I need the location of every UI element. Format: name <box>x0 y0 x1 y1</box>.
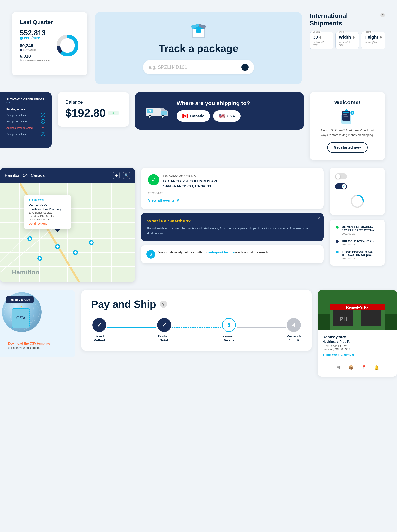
length-increment[interactable] <box>319 36 321 37</box>
pending-item-2: Best price selected ✓ <box>6 119 45 124</box>
balance-title: Balance <box>66 99 121 105</box>
view-all-events-btn[interactable]: View all events ∨ <box>148 198 316 203</box>
event-item-3: In Sort Process at Ca...OTTAWA, ON for p… <box>336 250 379 260</box>
intl-help-icon[interactable]: ? <box>380 13 385 18</box>
search-icon-btn[interactable]: 🔍 <box>123 172 130 179</box>
check-icon-2: ✓ <box>41 119 45 124</box>
pending-item-text-1: Best price selected <box>6 114 28 117</box>
intl-length-field[interactable]: Length 38 inches (45 max) <box>310 32 333 49</box>
package-icon-btn[interactable]: 📦 <box>347 363 355 372</box>
truck-icon: ✈ <box>145 102 169 119</box>
pending-item: Best price selected ✓ <box>6 113 45 117</box>
toggle-off[interactable] <box>335 173 347 179</box>
event-info-3: In Sort Process at Ca...OTTAWA, ON for p… <box>342 250 374 260</box>
last-quarter-title: Last Quarter <box>20 19 79 25</box>
track-submit-btn[interactable]: → <box>241 63 248 71</box>
width-decrement[interactable] <box>353 37 354 39</box>
dest-title: Where are you shipping to? <box>177 100 294 107</box>
svg-marker-17 <box>160 108 167 111</box>
delivered-check-icon: ✓ <box>20 37 23 40</box>
events-list: Delivered at: MICHEL...537 PAPIER ST OTT… <box>329 220 385 266</box>
pending-header: AUTOMATIC ORDER IMPORT: <box>6 98 45 101</box>
canada-btn[interactable]: 🇨🇦 Canada <box>177 110 210 122</box>
destination-card: ✈ Where are you shipping to? 🇨🇦 Canada 🇺… <box>135 92 304 130</box>
width-increment[interactable] <box>353 36 354 37</box>
intl-height-field[interactable]: Height Height inches (30 m <box>361 32 385 49</box>
svg-rect-12 <box>161 111 167 115</box>
auto-print-link[interactable]: auto-print feature <box>208 251 235 254</box>
length-sub: inches (45 max) <box>313 41 330 46</box>
smarthub-close-btn[interactable]: ✕ <box>317 216 320 221</box>
last-quarter-card: Last Quarter 552,813 ✓ DELIVERED 80,245 … <box>12 12 87 76</box>
width-label: Width <box>338 31 345 33</box>
get-directions-link[interactable]: Get directions <box>29 222 67 225</box>
length-label: Length <box>312 31 321 33</box>
remedy-action-icons: ⊞ 📦 📍 🔔 <box>322 360 392 372</box>
intl-shipments-card: International Shipments ? Length 38 inch… <box>310 12 385 49</box>
toggle-on[interactable]: ✓ <box>335 183 347 189</box>
lq-intransit: 80,245 IN-TRANSIT <box>20 43 51 51</box>
chat-text: We can definitely help you with our auto… <box>158 250 269 255</box>
row3-container: Hamilton, ON, Canada ⊕ 🔍 <box>0 166 397 288</box>
svg-rect-23 <box>343 114 347 115</box>
width-spinner[interactable] <box>353 36 354 39</box>
intl-fields: Length 38 inches (45 max) Width Width <box>310 32 385 49</box>
welcome-title: Welcome! <box>334 99 360 106</box>
welcome-card: Welcome! ! New to Swiftpost? Start here.… <box>310 92 385 160</box>
step-4-circle: 4 <box>287 318 301 332</box>
toggle-thumb-off <box>336 174 341 179</box>
cursor-icon: ↖ <box>20 304 25 311</box>
step-4-label: Review & Submit <box>286 334 302 343</box>
svg-rect-22 <box>343 112 349 114</box>
svg-point-49 <box>38 257 41 260</box>
location-icon-btn[interactable]: 📍 <box>359 363 368 372</box>
map-search-text: Hamilton, ON, Canada <box>5 173 110 178</box>
chat-avatar: $ <box>147 250 155 259</box>
remedy-addr: 1079 Barton St EastHamilton, ON L8L 3E2 <box>322 344 392 351</box>
length-spinner[interactable] <box>319 36 321 39</box>
height-increment[interactable] <box>380 36 382 37</box>
event-date-1: 2022-09-28 <box>342 232 377 235</box>
map-tooltip-name: Remedy'sRx <box>29 204 67 207</box>
length-decrement[interactable] <box>319 37 321 39</box>
event-item-2: Out for Delivery, 9:12... 2022-09-28 <box>336 239 379 246</box>
grid-icon-btn[interactable]: ⊞ <box>334 363 343 372</box>
map-tooltip-addr: 1079 Barton St East <box>29 211 67 214</box>
toggle-check-icon: ✓ <box>343 184 345 188</box>
event-date-3: 2022-09-27 <box>342 257 374 260</box>
bell-icon-btn[interactable]: 🔔 <box>372 363 381 372</box>
svg-rect-66 <box>361 310 381 326</box>
svg-text:PH: PH <box>340 316 347 322</box>
svg-point-16 <box>162 116 164 118</box>
tracking-col: ✓ Delivered at: 3:16PM B. GARCIA 261 COL… <box>141 168 323 263</box>
event-dot-3 <box>336 251 339 253</box>
usa-flag: 🇺🇸 <box>219 113 225 119</box>
connector-3 <box>237 327 286 328</box>
map-tooltip-header: ✈ 2KM AWAY <box>29 199 67 202</box>
map-body[interactable]: Hamilton ✈ 2KM AWAY Remedy'sRx Healthcar… <box>0 183 135 282</box>
balance-currency: CAD <box>108 111 118 115</box>
lq-delivered-num: 552,813 <box>20 29 51 37</box>
intl-width-field[interactable]: Width Width inches (30 max) <box>335 32 359 49</box>
step-3-circle: 3 <box>222 318 236 332</box>
intl-title: International Shipments ? <box>310 12 385 27</box>
package-icon <box>189 22 208 38</box>
event-title-3: In Sort Process at Ca...OTTAWA, ON for p… <box>342 250 374 257</box>
pay-help-icon[interactable]: ? <box>160 301 167 308</box>
track-input-wrapper[interactable]: e.g. SPZLH4D101 → <box>143 60 254 74</box>
pay-step-3: 3 Payment Details <box>221 318 237 343</box>
balance-amount-row: $192.80 CAD <box>66 107 121 119</box>
height-decrement[interactable] <box>380 37 382 39</box>
pay-step-1: ✓ Select Method <box>91 318 107 343</box>
svg-point-47 <box>74 251 77 254</box>
step-1-circle: ✓ <box>92 318 106 332</box>
location-icon-btn[interactable]: ⊕ <box>113 172 120 179</box>
height-spinner[interactable] <box>380 36 382 39</box>
height-label: Height <box>364 31 372 33</box>
remedy-name: Remedy'sRx <box>322 335 392 339</box>
usa-btn[interactable]: 🇺🇸 USA <box>213 110 241 122</box>
get-started-btn[interactable]: Get started now <box>327 142 368 153</box>
open-dot: ● <box>341 354 343 357</box>
csv-download-link[interactable]: Download the CSV template <box>8 342 68 345</box>
import-csv-button[interactable]: Import via .CSV <box>6 296 34 303</box>
